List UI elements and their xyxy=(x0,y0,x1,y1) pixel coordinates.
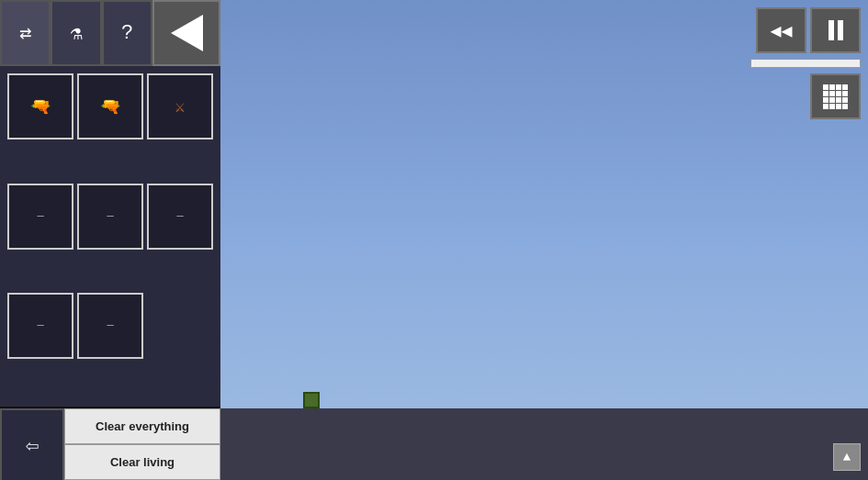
game-area[interactable]: ◀◀ ▲ xyxy=(220,0,868,480)
item-box-7[interactable]: — xyxy=(7,293,73,359)
playback-controls: ◀◀ xyxy=(756,7,861,53)
rewind-button[interactable]: ◀◀ xyxy=(756,7,806,53)
item-icon-4: — xyxy=(37,210,43,223)
help-icon: ? xyxy=(121,22,133,45)
items-grid: 🔫 🔫 ⚔ — — — — — xyxy=(0,66,220,407)
item-box-8[interactable]: — xyxy=(77,293,143,359)
item-box-2[interactable]: 🔫 xyxy=(77,73,143,140)
item-icon-2: 🔫 xyxy=(100,96,120,117)
item-icon-8: — xyxy=(107,319,113,332)
pause-button[interactable] xyxy=(810,7,861,53)
potion-icon: ⚗ xyxy=(70,21,82,46)
item-icon-3: ⚔ xyxy=(175,96,186,117)
item-icon-1: 🔫 xyxy=(30,96,51,117)
exit-icon: ⇦ xyxy=(26,432,39,459)
item-box-6[interactable]: — xyxy=(147,184,213,250)
item-box-3[interactable]: ⚔ xyxy=(147,73,213,140)
progress-bar xyxy=(750,59,861,68)
pixel-entity xyxy=(303,392,320,408)
ground xyxy=(220,408,868,480)
clear-living-button[interactable]: Clear living xyxy=(64,444,220,480)
scroll-up-button[interactable]: ▲ xyxy=(833,443,861,471)
swap-icon: ⇄ xyxy=(19,21,31,46)
item-icon-7: — xyxy=(37,319,43,332)
pause-icon xyxy=(829,20,843,40)
play-button[interactable] xyxy=(152,0,220,66)
play-triangle-icon xyxy=(171,15,203,51)
clear-everything-button[interactable]: Clear everything xyxy=(64,408,220,444)
progress-bar-fill xyxy=(751,60,860,67)
clear-buttons-container: Clear everything Clear living xyxy=(64,408,220,480)
item-icon-6: — xyxy=(176,210,183,223)
toolbar: ⇄ ⚗ ? xyxy=(0,0,220,66)
potion-button[interactable]: ⚗ xyxy=(51,0,101,66)
swap-button[interactable]: ⇄ xyxy=(0,0,51,66)
game-container: ⇄ ⚗ ? 🔫 🔫 ⚔ — xyxy=(0,0,868,480)
item-box-5[interactable]: — xyxy=(77,184,143,250)
rewind-icon: ◀◀ xyxy=(770,19,792,42)
exit-button[interactable]: ⇦ xyxy=(0,408,64,480)
grid-toggle-button[interactable] xyxy=(810,73,861,119)
help-button[interactable]: ? xyxy=(102,0,152,66)
top-right-controls: ◀◀ xyxy=(750,7,861,68)
sidebar: ⇄ ⚗ ? 🔫 🔫 ⚔ — xyxy=(0,0,220,480)
sidebar-bottom: ⇦ Clear everything Clear living xyxy=(0,407,220,480)
item-box-1[interactable]: 🔫 xyxy=(7,73,73,140)
item-icon-5: — xyxy=(107,210,113,223)
grid-icon xyxy=(823,84,848,109)
item-box-4[interactable]: — xyxy=(7,184,73,250)
